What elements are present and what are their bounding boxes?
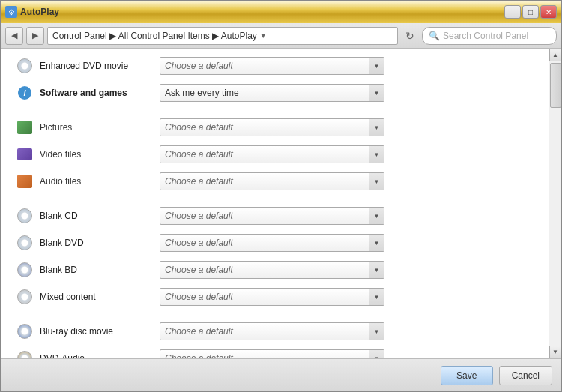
address-bar: ◀ ▶ Control Panel ▶ All Control Panel It… [1,23,561,49]
enhanced-dvd-label: Enhanced DVD movie [40,61,160,71]
software-arrow: ▼ [369,85,384,101]
address-field[interactable]: Control Panel ▶ All Control Panel Items … [47,27,398,45]
pictures-value: Choose a default [165,122,369,133]
blank-cd-dropdown[interactable]: Choose a default ▼ [160,207,384,225]
refresh-button[interactable]: ↻ [401,27,419,45]
audio-arrow: ▼ [369,173,384,190]
mixed-value: Choose a default [165,292,369,302]
scroll-down-button[interactable]: ▼ [549,346,562,358]
list-item: Enhanced DVD movie Choose a default ▼ [16,56,534,76]
list-item: Blank BD Choose a default ▼ [16,260,534,280]
bluray-dropdown[interactable]: Choose a default ▼ [160,322,384,340]
search-icon: 🔍 [429,31,440,41]
list-item: i Software and games Ask me every time ▼ [16,83,534,103]
forward-button[interactable]: ▶ [26,27,44,45]
bluray-label: Blu-ray disc movie [40,326,160,337]
blank-cd-arrow: ▼ [369,208,384,224]
scroll-up-button[interactable]: ▲ [549,49,562,61]
mixed-icon [16,288,34,306]
blank-dvd-value: Choose a default [165,238,369,248]
blank-bd-icon [16,261,34,279]
search-field[interactable]: 🔍 Search Control Panel [422,27,557,45]
video-arrow: ▼ [369,146,384,163]
dvd-audio-value: Choose a default [165,353,369,358]
enhanced-dvd-value: Choose a default [165,61,369,71]
list-item: Mixed content Choose a default ▼ [16,287,534,307]
blank-dvd-icon [16,234,34,252]
enhanced-dvd-icon [16,57,34,75]
bottom-bar: Save Cancel [1,358,561,391]
enhanced-dvd-dropdown[interactable]: Choose a default ▼ [160,57,384,75]
bluray-arrow: ▼ [369,323,384,340]
blank-bd-label: Blank BD [40,265,160,275]
blank-cd-value: Choose a default [165,211,369,221]
blank-bd-value: Choose a default [165,265,369,275]
list-item: DVD-Audio Choose a default ▼ [16,349,534,358]
software-dropdown[interactable]: Ask me every time ▼ [160,84,384,102]
list-item: Audio files Choose a default ▼ [16,172,534,191]
list-item: Blank CD Choose a default ▼ [16,206,534,226]
audio-icon [16,172,34,190]
dvd-audio-icon [16,349,34,358]
video-icon [16,145,34,163]
blank-dvd-dropdown[interactable]: Choose a default ▼ [160,234,384,252]
blank-cd-label: Blank CD [40,211,160,221]
pictures-arrow: ▼ [369,119,384,136]
audio-value: Choose a default [165,176,369,187]
list-item: Pictures Choose a default ▼ [16,118,534,137]
info-icon: i [18,86,31,100]
list-item: Blank DVD Choose a default ▼ [16,233,534,253]
search-placeholder: Search Control Panel [443,31,528,41]
software-label: Software and games [40,88,160,98]
mixed-arrow: ▼ [369,289,384,305]
blank-dvd-arrow: ▼ [369,235,384,251]
save-button[interactable]: Save [441,366,493,385]
software-icon: i [16,84,34,102]
audio-dropdown[interactable]: Choose a default ▼ [160,172,384,190]
back-button[interactable]: ◀ [5,27,23,45]
title-controls: – □ ✕ [504,5,557,19]
main-content: Enhanced DVD movie Choose a default ▼ i … [1,49,561,358]
window-title: AutoPlay [20,7,59,17]
window-icon: ⚙ [5,6,17,18]
bluray-value: Choose a default [165,326,369,337]
address-dropdown-arrow: ▼ [260,32,267,40]
scrollbar[interactable]: ▲ ▼ [549,49,561,358]
maximize-button[interactable]: □ [522,5,539,19]
blank-bd-dropdown[interactable]: Choose a default ▼ [160,261,384,279]
dvd-audio-dropdown[interactable]: Choose a default ▼ [160,349,384,358]
breadcrumb: Control Panel ▶ All Control Panel Items … [52,31,257,41]
software-value: Ask me every time [165,88,369,98]
list-item: Video files Choose a default ▼ [16,145,534,164]
main-window: ⚙ AutoPlay – □ ✕ ◀ ▶ Control Panel ▶ All… [0,0,562,392]
video-value: Choose a default [165,149,369,160]
audio-label: Audio files [40,176,160,187]
mixed-dropdown[interactable]: Choose a default ▼ [160,288,384,306]
title-bar-left: ⚙ AutoPlay [5,6,59,18]
pictures-label: Pictures [40,122,160,133]
title-bar: ⚙ AutoPlay – □ ✕ [1,1,561,23]
video-label: Video files [40,149,160,160]
blank-dvd-label: Blank DVD [40,238,160,248]
cancel-button[interactable]: Cancel [499,366,552,385]
blank-bd-arrow: ▼ [369,262,384,278]
mixed-label: Mixed content [40,292,160,302]
pictures-dropdown[interactable]: Choose a default ▼ [160,118,384,136]
bluray-icon [16,322,34,340]
video-dropdown[interactable]: Choose a default ▼ [160,145,384,163]
blank-cd-icon [16,207,34,225]
enhanced-dvd-arrow: ▼ [369,58,384,74]
dvd-audio-label: DVD-Audio [40,353,160,358]
list-item: Blu-ray disc movie Choose a default ▼ [16,322,534,341]
content-area: Enhanced DVD movie Choose a default ▼ i … [1,49,549,358]
scroll-thumb[interactable] [550,63,561,108]
dvd-audio-arrow: ▼ [369,350,384,358]
minimize-button[interactable]: – [504,5,521,19]
close-button[interactable]: ✕ [540,5,557,19]
pictures-icon [16,118,34,136]
